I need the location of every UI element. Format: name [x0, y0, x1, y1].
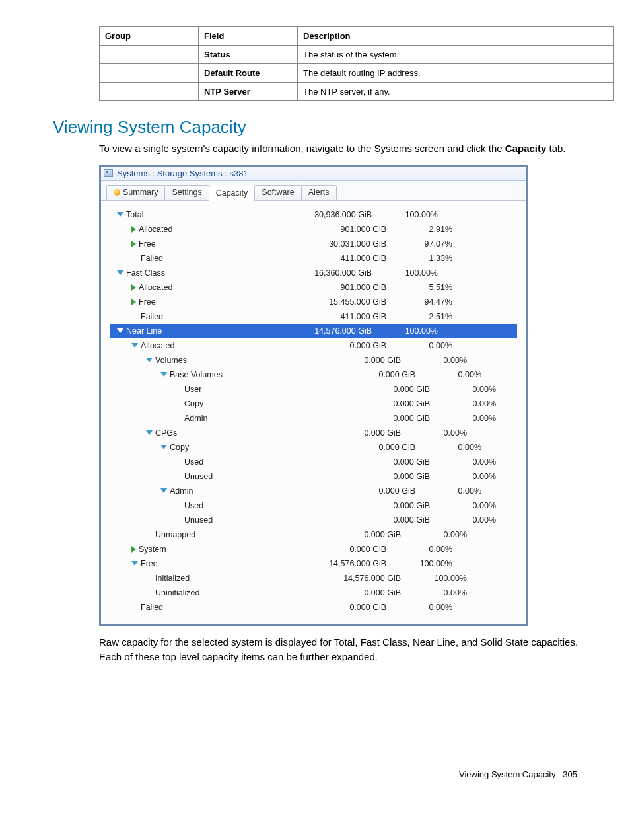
expand-down-icon[interactable]	[131, 343, 138, 348]
tree-percent: 0.00%	[386, 603, 452, 612]
table-row: Default RouteThe default routing IP addr…	[100, 64, 614, 83]
expand-down-icon[interactable]	[160, 445, 167, 449]
capacity-tree[interactable]: Total30,936.000 GiB100.00%Allocated901.0…	[101, 201, 526, 624]
capacity-window: Systems : Storage Systems : s381 Summary…	[99, 165, 528, 626]
cell-desc: The default routing IP address.	[298, 64, 614, 83]
tree-label-text: Admin	[170, 486, 193, 496]
tree-percent: 0.00%	[401, 356, 467, 365]
expand-down-icon[interactable]	[131, 561, 138, 566]
tree-percent: 100.00%	[401, 574, 467, 583]
expand-down-icon[interactable]	[117, 328, 123, 333]
tree-row-label: Unmapped	[110, 530, 195, 539]
tree-row-label: User	[110, 385, 201, 394]
tree-value: 0.000 GiB	[308, 428, 401, 438]
tree-row[interactable]: Failed0.000 GiB0.00%	[110, 600, 517, 615]
expand-down-icon[interactable]	[160, 372, 167, 377]
tree-row[interactable]: Near Line14,576.000 GiB100.00%	[110, 324, 517, 338]
tree-row[interactable]: Admin0.000 GiB0.00%	[110, 484, 517, 498]
tree-label-text: Used	[184, 457, 203, 467]
tree-value: 0.000 GiB	[308, 588, 401, 597]
tab-software[interactable]: Software	[254, 185, 301, 200]
expand-right-icon[interactable]	[131, 226, 136, 233]
tree-row[interactable]: Base Volumes0.000 GiB0.00%	[110, 367, 517, 382]
tree-row-label: Base Volumes	[110, 370, 223, 379]
tree-row[interactable]: Total30,936.000 GiB100.00%	[110, 208, 517, 222]
tab-alerts[interactable]: Alerts	[301, 185, 337, 200]
tree-row[interactable]: Unused0.000 GiB0.00%	[110, 469, 517, 484]
tree-row-label: Fast Class	[110, 268, 165, 278]
tree-row[interactable]: Used0.000 GiB0.00%	[110, 498, 517, 513]
tree-percent: 1.33%	[386, 254, 452, 263]
tree-row[interactable]: Failed411.000 GiB1.33%	[110, 251, 517, 266]
expand-down-icon[interactable]	[117, 270, 123, 275]
tree-value: 14,576.000 GiB	[294, 559, 386, 568]
th-field: Field	[199, 27, 298, 46]
tree-row-label: Used	[110, 501, 203, 510]
tree-row[interactable]: Unused0.000 GiB0.00%	[110, 513, 517, 527]
tree-row-label: Free	[110, 239, 156, 248]
tree-row[interactable]: User0.000 GiB0.00%	[110, 382, 517, 397]
tree-label-text: Free	[139, 297, 156, 307]
tree-label-text: Free	[141, 559, 158, 568]
tree-label-text: Volumes	[155, 356, 187, 365]
tree-row[interactable]: Allocated0.000 GiB0.00%	[110, 338, 517, 353]
tree-label-text: Near Line	[126, 326, 162, 336]
tree-row-label: Unused	[110, 515, 213, 525]
tree-value: 0.000 GiB	[294, 545, 386, 554]
tree-row[interactable]: Copy0.000 GiB0.00%	[110, 440, 517, 455]
tree-percent: 0.00%	[430, 414, 496, 423]
tree-label-text: Allocated	[141, 341, 174, 350]
tree-value: 0.000 GiB	[294, 341, 386, 350]
tab-capacity[interactable]: Capacity	[209, 186, 256, 201]
tree-row[interactable]: Used0.000 GiB0.00%	[110, 455, 517, 469]
tree-value: 901.000 GiB	[294, 225, 386, 234]
tree-row-label: Volumes	[110, 356, 187, 365]
tab-summary[interactable]: Summary	[106, 185, 165, 200]
footer-page: 305	[563, 769, 577, 779]
tree-percent: 100.00%	[372, 210, 438, 219]
tree-row[interactable]: Volumes0.000 GiB0.00%	[110, 353, 517, 367]
tree-row[interactable]: Admin0.000 GiB0.00%	[110, 411, 517, 426]
tree-percent: 0.00%	[401, 428, 467, 438]
tree-row[interactable]: Copy0.000 GiB0.00%	[110, 397, 517, 411]
tree-percent: 97.07%	[386, 239, 452, 248]
th-description: Description	[298, 27, 614, 46]
tree-percent: 0.00%	[401, 588, 467, 597]
expand-right-icon[interactable]	[131, 546, 136, 553]
tree-value: 14,576.000 GiB	[308, 574, 401, 583]
tree-row[interactable]: Free15,455.000 GiB94.47%	[110, 295, 517, 309]
expand-down-icon[interactable]	[160, 488, 167, 493]
tree-row[interactable]: Free30,031.000 GiB97.07%	[110, 237, 517, 251]
intro-text-post: tab.	[546, 143, 565, 154]
tree-row[interactable]: Fast Class16,360.000 GiB100.00%	[110, 266, 517, 280]
tree-value: 0.000 GiB	[323, 370, 415, 379]
tree-percent: 100.00%	[372, 268, 438, 278]
expand-right-icon[interactable]	[131, 299, 136, 305]
tree-label-text: Failed	[141, 312, 163, 321]
tree-row[interactable]: System0.000 GiB0.00%	[110, 542, 517, 556]
tree-row[interactable]: Allocated901.000 GiB2.91%	[110, 222, 517, 237]
field-description-table: Group Field Description StatusThe status…	[99, 26, 614, 101]
expand-right-icon[interactable]	[131, 241, 136, 247]
tree-percent: 0.00%	[430, 472, 496, 481]
tab-label: Settings	[172, 188, 201, 197]
expand-down-icon[interactable]	[146, 358, 153, 362]
tree-row[interactable]: Initialized14,576.000 GiB100.00%	[110, 571, 517, 586]
tree-row[interactable]: Allocated901.000 GiB5.51%	[110, 280, 517, 295]
expand-down-icon[interactable]	[146, 430, 153, 435]
tree-row[interactable]: CPGs0.000 GiB0.00%	[110, 426, 517, 440]
tree-row-label: Failed	[110, 254, 163, 263]
tree-row[interactable]: Uninitialized0.000 GiB0.00%	[110, 586, 517, 600]
expand-right-icon[interactable]	[131, 284, 136, 291]
intro-text-pre: To view a single system's capacity infor…	[99, 143, 505, 154]
tree-row-label: Free	[110, 297, 156, 307]
tab-settings[interactable]: Settings	[164, 185, 209, 200]
window-icon	[104, 169, 113, 177]
tree-row[interactable]: Unmapped0.000 GiB0.00%	[110, 527, 517, 542]
tree-row[interactable]: Failed411.000 GiB2.51%	[110, 309, 517, 324]
tree-percent: 0.00%	[415, 486, 481, 496]
tree-row[interactable]: Free14,576.000 GiB100.00%	[110, 556, 517, 571]
tree-value: 0.000 GiB	[323, 486, 415, 496]
expand-down-icon[interactable]	[117, 212, 123, 217]
window-title-text: Systems : Storage Systems : s381	[117, 169, 248, 178]
